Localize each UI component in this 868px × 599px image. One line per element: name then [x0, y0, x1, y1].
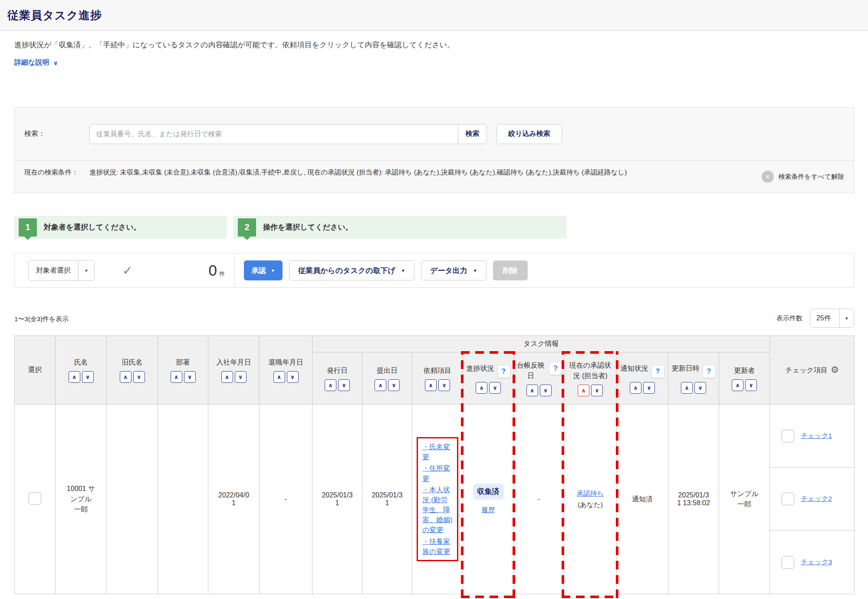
col-header-department: 部署 ∧ ∨ [158, 336, 208, 405]
search-input[interactable] [89, 124, 458, 144]
cell-submit-date: 2025/01/31 [362, 405, 412, 594]
cell-check-items: チェック1 チェック2 チェック3 [770, 405, 855, 594]
sort-desc-button[interactable]: ∨ [694, 382, 706, 394]
col-header-submit-date: 提出日 ∧ ∨ [362, 352, 412, 405]
sort-asc-button[interactable]: ∧ [120, 371, 132, 383]
sort-asc-button-active[interactable]: ∧ [578, 385, 589, 396]
delete-button-disabled: 削除 [493, 260, 528, 280]
per-page-select[interactable]: 25件 ▼ [810, 309, 854, 328]
sort-asc-button[interactable]: ∧ [273, 371, 285, 383]
sort-desc-button[interactable]: ∨ [184, 371, 196, 383]
help-icon[interactable]: ? [703, 365, 716, 378]
step-2-banner: 2 操作を選択してください。 [233, 216, 566, 239]
withdraw-task-label: 従業員からのタスクの取下げ [298, 266, 395, 276]
sort-desc-button[interactable]: ∨ [133, 371, 145, 383]
request-item-link[interactable]: ・扶養家族の変更 [422, 536, 453, 556]
col-header-notify-status: 通知状況 ? ∧ ∨ [617, 352, 668, 405]
sort-asc-button[interactable]: ∧ [476, 382, 487, 394]
check-item-row: チェック3 [770, 530, 854, 594]
close-icon: ✕ [762, 171, 774, 183]
cell-select [15, 405, 56, 594]
sort-desc-button[interactable]: ∨ [438, 379, 450, 391]
sort-asc-button[interactable]: ∧ [630, 382, 641, 394]
selected-count-number: 0 [209, 262, 217, 279]
help-icon[interactable]: ? [549, 362, 562, 375]
step-2-number-badge: 2 [238, 218, 256, 237]
sort-asc-button[interactable]: ∧ [681, 382, 693, 394]
selected-count: 0 件 [209, 262, 225, 279]
cell-updated-by: サンプル 一郎 [719, 405, 770, 594]
sort-asc-button[interactable]: ∧ [325, 379, 336, 391]
cell-request-items: ・氏名変更 ・住所変更 ・本人状況 (勤労学生、障害、婚姻) の変更 ・扶養家族… [412, 405, 463, 594]
table-row: 10001 サンプル 一郎 2022/04/01 - 2025/01/31 20… [15, 405, 855, 594]
request-item-link[interactable]: ・氏名変更 [422, 442, 453, 462]
target-selection-section: 対象者選択 ▼ ✓ 0 件 [15, 253, 235, 287]
sort-desc-button[interactable]: ∨ [745, 379, 757, 391]
check-item-link[interactable]: チェック2 [801, 494, 832, 504]
col-header-issue-date: 発行日 ∧ ∨ [312, 352, 362, 405]
select-target-dropdown[interactable]: 対象者選択 ▼ [28, 260, 95, 281]
check-item-row: チェック2 [770, 467, 854, 530]
action-panel: 対象者選択 ▼ ✓ 0 件 承認 ▼ 従業員からのタスクの取下げ ▼ データ出力… [14, 253, 854, 288]
sort-desc-button[interactable]: ∨ [235, 371, 247, 383]
sort-desc-button[interactable]: ∨ [287, 371, 299, 383]
result-range-text: 1〜3(全3)件を表示 [14, 315, 69, 323]
sort-desc-button[interactable]: ∨ [82, 371, 94, 383]
approval-status-link[interactable]: 承認待ち [577, 490, 604, 497]
col-header-name: 氏名 ∧ ∨ [56, 336, 107, 405]
sort-desc-button[interactable]: ∨ [591, 385, 603, 396]
sort-asc-button[interactable]: ∧ [526, 385, 538, 396]
sort-asc-button[interactable]: ∧ [69, 371, 80, 383]
request-item-link[interactable]: ・住所変更 [422, 463, 453, 483]
check-item-link[interactable]: チェック3 [801, 558, 832, 567]
advanced-search-button[interactable]: 絞り込み検索 [496, 124, 562, 144]
check-item-checkbox[interactable] [782, 430, 794, 442]
col-header-old-name: 旧氏名 ∧ ∨ [107, 336, 158, 405]
sort-asc-button[interactable]: ∧ [171, 371, 182, 383]
caret-down-icon: ▼ [271, 268, 275, 273]
cell-updated-at: 2025/01/31 13:58:02 [668, 405, 719, 594]
sort-desc-button[interactable]: ∨ [338, 379, 350, 391]
search-button[interactable]: 検索 [458, 124, 487, 144]
cell-hire-date: 2022/04/01 [208, 405, 260, 594]
col-header-progress-status: 進捗状況 ? ∧ ∨ [463, 352, 514, 405]
selection-check-icon: ✓ [122, 263, 132, 278]
check-item-checkbox[interactable] [782, 493, 794, 505]
help-icon[interactable]: ? [651, 365, 664, 378]
step-1-banner: 1 対象者を選択してください。 [14, 216, 227, 239]
gear-icon[interactable]: ⚙ [831, 365, 839, 374]
check-item-checkbox[interactable] [782, 556, 794, 569]
sort-asc-button[interactable]: ∧ [425, 379, 437, 391]
approve-button-label: 承認 [251, 266, 266, 276]
withdraw-task-button[interactable]: 従業員からのタスクの取下げ ▼ [289, 260, 414, 280]
step-1-label: 対象者を選択してください。 [44, 222, 141, 232]
sort-desc-button[interactable]: ∨ [489, 382, 501, 394]
clear-search-conditions-button[interactable]: ✕ 検索条件をすべて解除 [762, 171, 844, 183]
caret-down-icon: ▼ [840, 309, 854, 327]
sort-asc-button[interactable]: ∧ [732, 379, 743, 391]
row-select-checkbox[interactable] [29, 492, 41, 505]
sort-desc-button[interactable]: ∨ [540, 385, 552, 396]
sort-asc-button[interactable]: ∧ [221, 371, 233, 383]
approve-button[interactable]: 承認 ▼ [244, 260, 283, 280]
sort-desc-button[interactable]: ∨ [643, 382, 655, 394]
page-header: 従業員タスク進捗 [0, 0, 868, 31]
selected-count-unit: 件 [219, 270, 225, 278]
per-page-control: 表示件数 25件 ▼ [776, 309, 854, 328]
current-conditions-label: 現在の検索条件： [24, 167, 89, 178]
cell-retire-date: - [260, 405, 312, 594]
check-item-link[interactable]: チェック1 [801, 431, 832, 441]
history-link[interactable]: 履歴 [482, 506, 495, 513]
details-toggle-link[interactable]: 詳細な説明 ∨ [14, 58, 58, 67]
request-item-link[interactable]: ・本人状況 (勤労学生、障害、婚姻) の変更 [422, 485, 453, 535]
details-toggle-label: 詳細な説明 [14, 58, 49, 67]
cell-progress-status: 収集済 履歴 [463, 405, 514, 594]
step-1-number-badge: 1 [19, 218, 37, 237]
sort-desc-button[interactable]: ∨ [388, 379, 400, 391]
data-export-button[interactable]: データ出力 ▼ [421, 260, 487, 280]
col-header-ledger-date: 台帳反映日 ? ∧ ∨ [514, 352, 564, 405]
task-table: 選択 氏名 ∧ ∨ 旧氏名 ∧ ∨ [14, 336, 854, 594]
help-icon[interactable]: ? [497, 365, 510, 378]
sort-asc-button[interactable]: ∧ [375, 379, 386, 391]
operation-buttons-section: 承認 ▼ 従業員からのタスクの取下げ ▼ データ出力 ▼ 削除 [235, 260, 528, 280]
